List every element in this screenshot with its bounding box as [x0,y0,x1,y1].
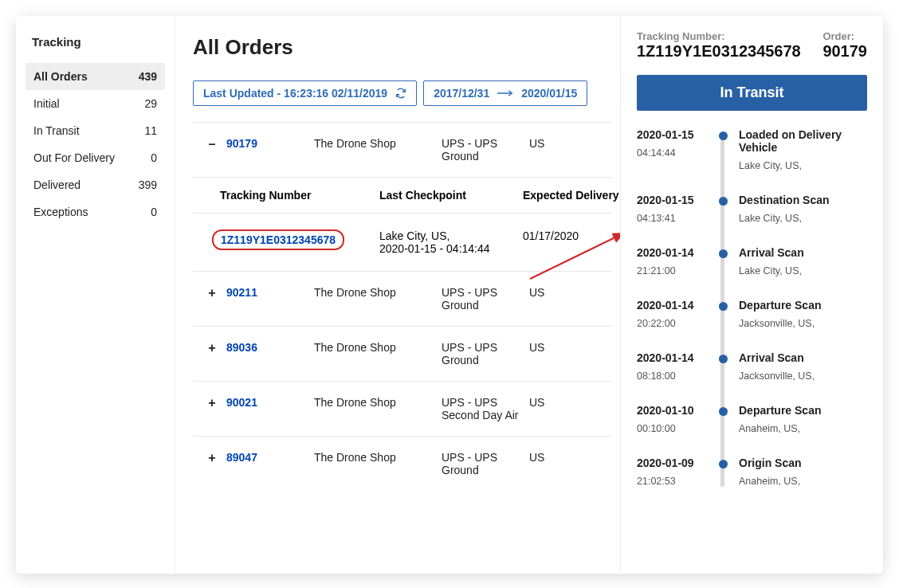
date-from: 2017/12/31 [434,87,489,100]
details-panel: Tracking Number: 1Z119Y1E0312345678 Orde… [620,16,883,574]
main: All Orders Last Updated - 16:23:16 02/11… [175,16,620,574]
timeline-event: 2020-01-1420:22:00 Departure ScanJackson… [637,299,867,329]
timeline-event: 2020-01-1504:13:41 Destination ScanLake … [637,194,867,224]
sidebar-item-count: 439 [139,70,157,83]
shop-name: The Drone Shop [314,396,442,409]
expand-icon[interactable]: + [198,451,226,465]
timeline-dot-icon [719,131,728,140]
timeline-event: 2020-01-1408:18:00 Arrival ScanJacksonvi… [637,351,867,382]
order-link[interactable]: 90179 [226,137,314,150]
col-tracking-number: Tracking Number [220,189,379,202]
sidebar-item-exceptions[interactable]: Exceptions 0 [26,198,165,225]
timeline-dot-icon [719,355,728,363]
sidebar-item-count: 29 [144,97,157,110]
tracking-number-link[interactable]: 1Z119Y1E0312345678 [212,229,344,250]
table-row: + 90021 The Drone Shop UPS - UPS Second … [193,382,612,437]
order-link[interactable]: 90021 [226,396,314,409]
sidebar-item-count: 0 [151,206,157,218]
orders-table: – 90179 The Drone Shop UPS - UPS Ground … [193,122,612,491]
date-range-button[interactable]: 2017/12/31 2020/01/15 [423,80,587,106]
arrow-right-icon [497,89,513,97]
table-row: + 89047 The Drone Shop UPS - UPS Ground … [193,437,612,491]
timeline-event: 2020-01-1421:21:00 Arrival ScanLake City… [637,246,867,276]
shop-name: The Drone Shop [314,341,442,354]
country: US [529,137,577,150]
collapse-icon[interactable]: – [198,137,226,151]
service-name: UPS - UPS Ground [442,341,529,367]
country: US [529,451,577,464]
sidebar: Tracking All Orders 439 Initial 29 In Tr… [16,16,175,574]
timeline-dot-icon [719,249,728,258]
expand-icon[interactable]: + [198,396,226,410]
expected-delivery: 01/17/2020 [523,229,620,242]
country: US [529,341,577,354]
service-name: UPS - UPS Second Day Air [442,396,529,421]
shop-name: The Drone Shop [314,286,442,299]
timeline-dot-icon [719,197,728,206]
order-value: 90179 [822,42,867,61]
sidebar-title: Tracking [26,32,165,63]
col-expected-delivery: Expected Delivery [523,189,620,202]
tracking-number-value: 1Z119Y1E0312345678 [637,42,801,61]
tracking-subrow: 1Z119Y1E0312345678 Lake City, US, 2020-0… [193,214,612,272]
timeline: 2020-01-1504:14:44 Loaded on Delivery Ve… [637,128,867,487]
timeline-dot-icon [719,407,728,416]
status-badge: In Transit [637,75,867,111]
sidebar-item-count: 0 [151,151,157,164]
table-row: + 90211 The Drone Shop UPS - UPS Ground … [193,272,612,327]
tracking-subheader: Tracking Number Last Checkpoint Expected… [193,178,612,214]
page-title: All Orders [193,30,612,60]
sidebar-item-out-for-delivery[interactable]: Out For Delivery 0 [26,144,165,171]
sidebar-item-in-transit[interactable]: In Transit 11 [26,117,165,144]
order-link[interactable]: 89047 [226,451,314,464]
country: US [529,286,577,299]
timeline-event: 2020-01-0921:02:53 Origin ScanAnaheim, U… [637,457,867,487]
order-label: Order: [822,30,867,42]
sidebar-item-count: 399 [139,178,157,191]
timeline-dot-icon [719,302,728,311]
tracking-number-label: Tracking Number: [637,30,801,42]
service-name: UPS - UPS Ground [442,286,529,312]
shop-name: The Drone Shop [314,137,442,150]
sidebar-item-label: All Orders [33,70,88,83]
last-updated-text: Last Updated - 16:23:16 02/11/2019 [203,87,387,100]
filter-bar: Last Updated - 16:23:16 02/11/2019 2017/… [193,80,612,106]
refresh-icon [395,88,406,99]
last-updated-button[interactable]: Last Updated - 16:23:16 02/11/2019 [193,80,417,106]
sidebar-item-label: In Transit [33,124,80,137]
sidebar-item-label: Out For Delivery [33,151,115,164]
col-last-checkpoint: Last Checkpoint [379,189,523,202]
order-link[interactable]: 90211 [226,286,314,299]
sidebar-item-initial[interactable]: Initial 29 [26,90,165,117]
last-checkpoint: Lake City, US, 2020-01-15 - 04:14:44 [379,229,523,255]
table-row: – 90179 The Drone Shop UPS - UPS Ground … [193,122,612,178]
shop-name: The Drone Shop [314,451,442,464]
sidebar-item-label: Delivered [33,178,80,191]
sidebar-item-all-orders[interactable]: All Orders 439 [26,63,165,90]
sidebar-item-label: Exceptions [33,206,88,218]
table-row: + 89036 The Drone Shop UPS - UPS Ground … [193,327,612,382]
app-shell: Tracking All Orders 439 Initial 29 In Tr… [16,16,883,574]
timeline-dot-icon [719,460,728,468]
service-name: UPS - UPS Ground [442,451,529,476]
panel-header: Tracking Number: 1Z119Y1E0312345678 Orde… [637,30,867,61]
sidebar-item-count: 11 [144,124,157,137]
expand-icon[interactable]: + [198,341,226,355]
expand-icon[interactable]: + [198,286,226,300]
service-name: UPS - UPS Ground [442,137,529,163]
order-link[interactable]: 89036 [226,341,314,354]
timeline-event: 2020-01-1504:14:44 Loaded on Delivery Ve… [637,128,867,171]
sidebar-item-label: Initial [33,97,60,110]
country: US [529,396,577,409]
sidebar-item-delivered[interactable]: Delivered 399 [26,171,165,198]
date-to: 2020/01/15 [521,87,577,100]
timeline-event: 2020-01-1000:10:00 Departure ScanAnaheim… [637,404,867,434]
